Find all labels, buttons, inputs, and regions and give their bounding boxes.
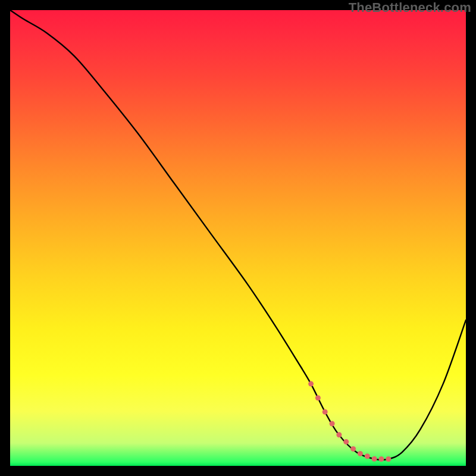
red-dot	[378, 456, 384, 462]
red-dot	[308, 381, 314, 387]
red-dot	[358, 451, 363, 456]
red-dot-segment	[308, 381, 391, 462]
red-dot	[322, 409, 328, 415]
plot-area	[10, 10, 466, 466]
red-dot	[343, 439, 349, 444]
red-dot	[330, 421, 335, 427]
red-dot	[315, 395, 321, 400]
red-dot	[386, 456, 391, 462]
red-dot	[350, 446, 356, 452]
red-dot	[336, 432, 342, 437]
watermark: TheBottleneck.com	[349, 0, 471, 15]
chart-svg	[10, 10, 466, 466]
chart-frame: TheBottleneck.com	[0, 0, 476, 476]
bottleneck-curve	[10, 10, 466, 460]
red-dot	[372, 456, 377, 462]
red-dot	[365, 453, 370, 459]
